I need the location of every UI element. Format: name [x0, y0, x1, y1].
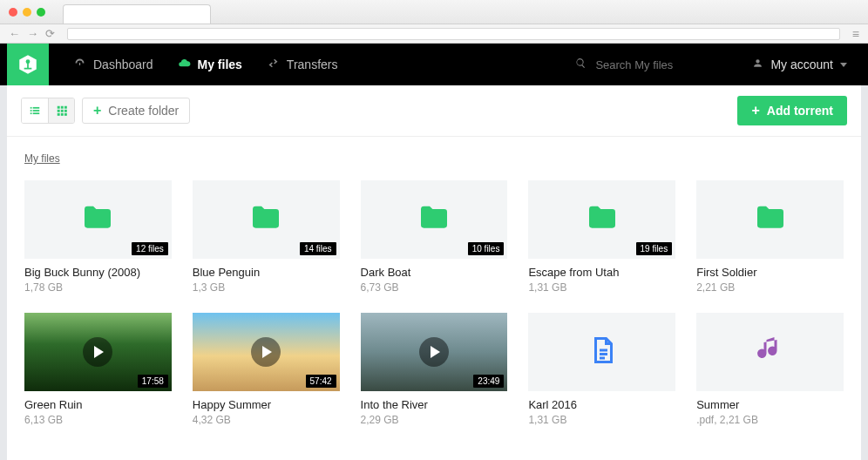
- video-thumbnail: 57:42: [193, 313, 340, 391]
- maximize-window-icon[interactable]: [37, 8, 45, 17]
- window-controls: [9, 8, 45, 17]
- video-thumbnail: 17:58: [24, 313, 172, 391]
- svg-rect-18: [64, 113, 66, 116]
- file-tile[interactable]: First Soldier2,21 GB: [696, 180, 844, 294]
- file-size: 1,31 GB: [528, 281, 675, 294]
- svg-rect-14: [60, 110, 63, 112]
- file-title: Dark Boat: [361, 266, 508, 279]
- folder-thumbnail: 19 files: [528, 180, 675, 259]
- svg-rect-5: [33, 107, 40, 109]
- video-thumbnail: 23:49: [361, 313, 508, 391]
- file-title: Summer: [696, 398, 844, 411]
- nav-label: My files: [198, 58, 242, 71]
- nav-label: Transfers: [287, 58, 338, 71]
- file-count-badge: 10 files: [468, 242, 505, 255]
- nav-myfiles[interactable]: My files: [178, 57, 242, 72]
- svg-rect-2: [27, 63, 29, 69]
- nav-dashboard[interactable]: Dashboard: [73, 57, 153, 72]
- search-icon: [575, 58, 587, 71]
- doc-thumbnail: [528, 313, 675, 391]
- music-icon: [755, 335, 786, 369]
- forward-icon[interactable]: →: [27, 27, 38, 40]
- file-tile[interactable]: Karl 20161,31 GB: [528, 313, 675, 426]
- file-size: 1,78 GB: [24, 281, 172, 294]
- file-title: Green Ruin: [24, 398, 172, 411]
- list-view-button[interactable]: [22, 98, 48, 123]
- file-title: Into the River: [361, 398, 508, 411]
- search-input[interactable]: [595, 58, 717, 71]
- plus-icon: +: [93, 103, 101, 118]
- toolbar: + Create folder + Add torrent: [7, 85, 861, 137]
- chevron-down-icon: [840, 63, 847, 67]
- folder-icon: [585, 200, 620, 239]
- file-size: 6,73 GB: [361, 281, 508, 294]
- file-tile[interactable]: Summer.pdf, 2,21 GB: [696, 313, 844, 426]
- file-tile[interactable]: 10 filesDark Boat6,73 GB: [361, 180, 508, 294]
- create-folder-button[interactable]: + Create folder: [82, 98, 190, 124]
- svg-rect-13: [57, 110, 59, 112]
- back-icon[interactable]: ←: [9, 27, 20, 40]
- file-tile[interactable]: 57:42Happy Summer4,32 GB: [193, 313, 340, 426]
- folder-thumbnail: 10 files: [361, 180, 508, 259]
- file-tile[interactable]: 12 filesBig Buck Bunny (2008)1,78 GB: [24, 180, 172, 294]
- add-torrent-button[interactable]: + Add torrent: [737, 96, 847, 125]
- add-torrent-label: Add torrent: [767, 104, 833, 118]
- svg-rect-8: [31, 112, 32, 114]
- file-size: .pdf, 2,21 GB: [696, 414, 844, 426]
- browser-tab[interactable]: [63, 4, 211, 24]
- dashboard-icon: [73, 57, 86, 72]
- user-icon: [752, 58, 763, 71]
- menu-icon[interactable]: ≡: [852, 27, 859, 41]
- close-window-icon[interactable]: [9, 8, 17, 17]
- browser-titlebar: [0, 0, 868, 24]
- grid-icon: [56, 105, 68, 117]
- svg-rect-17: [60, 113, 63, 116]
- list-icon: [29, 105, 41, 117]
- breadcrumb[interactable]: My files: [7, 137, 861, 173]
- file-count-badge: 12 files: [132, 242, 168, 255]
- file-tile[interactable]: 17:58Green Ruin6,13 GB: [24, 313, 172, 426]
- svg-rect-16: [57, 113, 59, 116]
- file-size: 1,3 GB: [193, 281, 340, 294]
- grid-view-button[interactable]: [48, 98, 74, 123]
- duration-badge: 57:42: [306, 375, 336, 388]
- search-area: [575, 58, 717, 71]
- file-tile[interactable]: 19 filesEscape from Utah1,31 GB: [528, 180, 675, 294]
- file-tile[interactable]: 14 filesBlue Penguin1,3 GB: [193, 180, 340, 294]
- folder-thumbnail: [696, 180, 844, 259]
- cloud-icon: [178, 57, 191, 72]
- app-topnav: Dashboard My files Transfers My account: [0, 44, 868, 85]
- view-toggle: [21, 98, 75, 124]
- minimize-window-icon[interactable]: [23, 8, 31, 17]
- file-size: 2,29 GB: [361, 414, 508, 426]
- file-tile[interactable]: 23:49Into the River2,29 GB: [361, 313, 508, 426]
- svg-rect-10: [57, 106, 59, 109]
- nav-transfers[interactable]: Transfers: [267, 57, 338, 72]
- file-size: 6,13 GB: [24, 414, 172, 426]
- document-icon: [587, 335, 618, 369]
- folder-icon: [753, 200, 788, 239]
- svg-rect-11: [60, 106, 63, 109]
- audio-thumbnail: [696, 313, 844, 391]
- svg-rect-6: [31, 110, 32, 112]
- file-title: Blue Penguin: [193, 266, 340, 279]
- file-title: First Soldier: [696, 266, 844, 279]
- folder-icon: [80, 200, 115, 239]
- svg-rect-7: [33, 110, 40, 112]
- folder-thumbnail: 14 files: [193, 180, 340, 259]
- file-title: Karl 2016: [528, 398, 675, 411]
- svg-rect-9: [33, 112, 40, 114]
- url-bar[interactable]: [67, 28, 840, 40]
- account-menu[interactable]: My account: [752, 58, 847, 71]
- folder-icon: [248, 200, 283, 239]
- duration-badge: 17:58: [138, 375, 168, 388]
- reload-icon[interactable]: ⟳: [45, 27, 55, 40]
- folder-icon: [417, 200, 451, 239]
- plus-icon: +: [751, 103, 759, 118]
- svg-rect-12: [64, 106, 66, 109]
- browser-toolbar: ← → ⟳ ≡: [0, 24, 868, 44]
- create-folder-label: Create folder: [108, 104, 179, 118]
- nav-label: Dashboard: [93, 58, 153, 71]
- app-logo[interactable]: [7, 44, 49, 85]
- account-label: My account: [770, 58, 833, 71]
